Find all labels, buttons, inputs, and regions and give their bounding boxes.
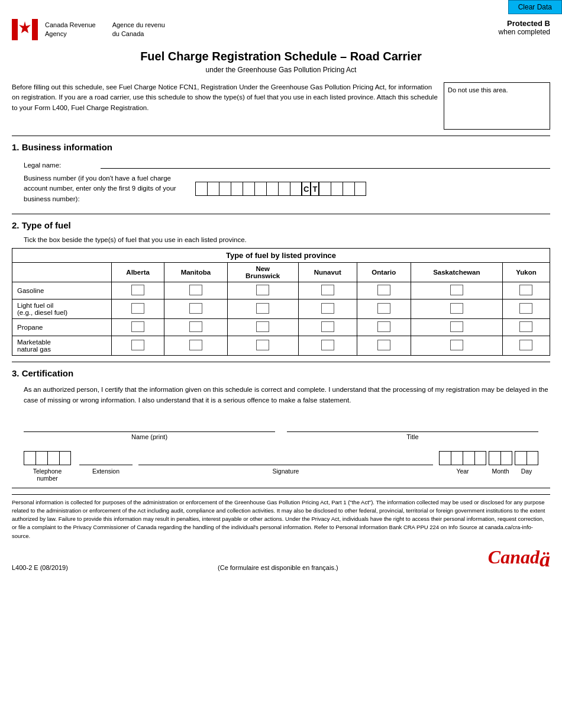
telephone-boxes: [24, 451, 71, 465]
propane-sask-checkbox[interactable]: [450, 321, 463, 332]
fuel-table: Type of fuel by listed province Alberta …: [12, 248, 550, 356]
signature-group: [138, 451, 433, 465]
table-row: Marketablenatural gas: [12, 336, 550, 355]
natgas-sask-checkbox[interactable]: [450, 340, 463, 350]
gasoline-alberta-checkbox[interactable]: [131, 285, 144, 295]
diesel-yukon-checkbox[interactable]: [519, 303, 532, 314]
bn-box-10[interactable]: [319, 182, 331, 196]
gasoline-nb-checkbox[interactable]: [256, 285, 269, 295]
title-line[interactable]: [287, 415, 538, 432]
bn-box-13[interactable]: [354, 182, 366, 196]
form-french-note: (Ce formulaire est disponible en françai…: [218, 564, 338, 571]
business-info-section: 1. Business information Legal name: Busi…: [12, 142, 550, 214]
table-row: Propane: [12, 318, 550, 336]
signature-line[interactable]: [138, 451, 433, 465]
col-header-manitoba: Manitoba: [164, 262, 227, 282]
bn-label: Business number (if you don't have a fue…: [24, 173, 189, 204]
name-line[interactable]: [24, 415, 275, 432]
diesel-nb-checkbox[interactable]: [256, 303, 269, 314]
gasoline-nunavut-checkbox[interactable]: [321, 285, 334, 295]
propane-nb-checkbox[interactable]: [256, 321, 269, 332]
diesel-sask-checkbox[interactable]: [450, 303, 463, 314]
clear-data-button[interactable]: Clear Data: [508, 0, 562, 14]
title-field: Title: [287, 415, 538, 440]
tel-box-1[interactable]: [24, 451, 35, 465]
tel-box-2[interactable]: [35, 451, 47, 465]
bn-box-5[interactable]: [243, 182, 254, 196]
month-box-2[interactable]: [500, 451, 512, 465]
form-title: Fuel Charge Registration Schedule – Road…: [12, 50, 550, 63]
propane-yukon-checkbox[interactable]: [519, 321, 532, 332]
gasoline-yukon-checkbox[interactable]: [519, 285, 532, 295]
day-box-1[interactable]: [515, 451, 527, 465]
form-subtitle: under the Greenhouse Gas Pollution Prici…: [12, 66, 550, 74]
month-box-1[interactable]: [489, 451, 500, 465]
gasoline-manitoba-checkbox[interactable]: [189, 285, 202, 295]
fuel-instruction: Tick the box beside the type(s) of fuel …: [24, 236, 550, 243]
svg-rect-1: [32, 19, 38, 40]
year-boxes: [439, 451, 486, 465]
diesel-nunavut-checkbox[interactable]: [321, 303, 334, 314]
section3-header: 3. Certification: [12, 368, 550, 379]
col-header-ontario: Ontario: [357, 262, 411, 282]
propane-nunavut-checkbox[interactable]: [321, 321, 334, 332]
gasoline-sask-checkbox[interactable]: [450, 285, 463, 295]
tel-box-4[interactable]: [59, 451, 71, 465]
natgas-yukon-checkbox[interactable]: [519, 340, 532, 350]
form-number: L400-2 E (08/2019): [12, 564, 68, 571]
protected-b-label: Protected B: [499, 19, 550, 28]
header: Canada RevenueAgency Agence du revenudu …: [0, 14, 562, 44]
year-box-2[interactable]: [451, 451, 463, 465]
bn-box-6[interactable]: [254, 182, 266, 196]
gasoline-ontario-checkbox[interactable]: [377, 285, 390, 295]
diesel-alberta-checkbox[interactable]: [131, 303, 144, 314]
tel-box-3[interactable]: [47, 451, 59, 465]
propane-ontario-checkbox[interactable]: [377, 321, 390, 332]
bn-box-9[interactable]: [290, 182, 302, 196]
extension-line[interactable]: [79, 451, 133, 465]
propane-alberta-checkbox[interactable]: [131, 321, 144, 332]
table-main-header: Type of fuel by listed province: [12, 248, 550, 262]
year-box-4[interactable]: [474, 451, 486, 465]
diesel-ontario-checkbox[interactable]: [377, 303, 390, 314]
propane-manitoba-checkbox[interactable]: [189, 321, 202, 332]
bn-box-2[interactable]: [207, 182, 219, 196]
section1-header: 1. Business information: [12, 142, 550, 153]
col-header-yukon: Yukon: [502, 262, 550, 282]
bn-box-8[interactable]: [278, 182, 290, 196]
diesel-manitoba-checkbox[interactable]: [189, 303, 202, 314]
legal-name-input[interactable]: [101, 158, 550, 169]
bn-box-12[interactable]: [343, 182, 354, 196]
date-labels: Year Month Day: [439, 468, 538, 475]
col-header-nb: NewBrunswick: [227, 262, 298, 282]
header-left: Canada RevenueAgency Agence du revenudu …: [12, 19, 165, 40]
col-header-sask: Saskatchewan: [411, 262, 502, 282]
svg-rect-0: [12, 19, 18, 40]
year-box-3[interactable]: [463, 451, 474, 465]
extension-label: Extension: [79, 468, 133, 475]
bn-box-3[interactable]: [219, 182, 231, 196]
cert-text: As an authorized person, I certify that …: [24, 384, 550, 406]
bn-box-11[interactable]: [331, 182, 343, 196]
bn-box-7[interactable]: [266, 182, 278, 196]
day-group: [515, 451, 538, 465]
natgas-alberta-checkbox[interactable]: [131, 340, 144, 350]
date-group: [439, 451, 538, 465]
natgas-ontario-checkbox[interactable]: [377, 340, 390, 350]
month-boxes: [489, 451, 512, 465]
year-box-1[interactable]: [439, 451, 451, 465]
section2-header: 2. Type of fuel: [12, 220, 550, 231]
col-header-empty: [12, 262, 112, 282]
natgas-nunavut-checkbox[interactable]: [321, 340, 334, 350]
gasoline-ontario-cell: [357, 282, 411, 299]
bn-boxes: C T: [195, 182, 366, 196]
natgas-nb-checkbox[interactable]: [256, 340, 269, 350]
day-box-2[interactable]: [527, 451, 538, 465]
bn-box-1[interactable]: [195, 182, 207, 196]
telephone-label: Telephone number: [24, 468, 71, 482]
bn-box-4[interactable]: [231, 182, 243, 196]
fuel-gasoline-label: Gasoline: [12, 282, 112, 299]
sig-row-name-title: Name (print) Title: [24, 415, 538, 440]
gasoline-manitoba-cell: [164, 282, 227, 299]
natgas-manitoba-checkbox[interactable]: [189, 340, 202, 350]
